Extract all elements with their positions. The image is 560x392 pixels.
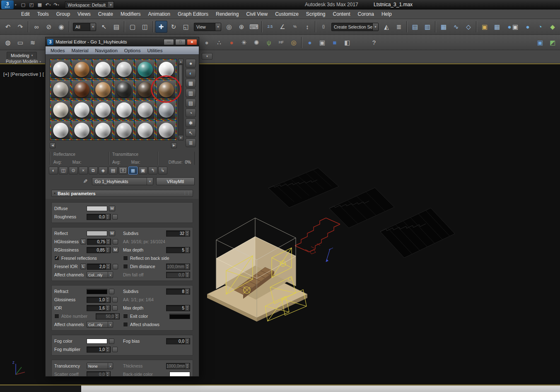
reflect-back-side-checkbox[interactable]: [123, 256, 128, 261]
scene-explorer-icon[interactable]: ▤: [409, 21, 421, 33]
reflect-max-depth-spinner[interactable]: 5: [166, 247, 190, 253]
percent-snap-icon[interactable]: %: [289, 21, 301, 33]
background-icon[interactable]: ▦: [186, 79, 196, 87]
iray-render-icon[interactable]: ◆: [547, 21, 559, 33]
layer-explorer-icon[interactable]: ▥: [422, 21, 434, 33]
chevron-down-icon[interactable]: ▾: [108, 2, 113, 8]
maximize-button[interactable]: □: [175, 39, 186, 45]
save-file-icon[interactable]: ▦: [36, 1, 44, 9]
material-slot-4[interactable]: [113, 59, 134, 79]
roughness-map-button[interactable]: [112, 214, 118, 220]
rglossiness-map-button[interactable]: M: [112, 247, 118, 253]
menu-item-material[interactable]: Material: [68, 48, 92, 53]
material-slot-14[interactable]: [71, 100, 92, 120]
viewport-label[interactable]: [+] [Perspective ] [ S: [3, 72, 49, 77]
align-icon[interactable]: ≣: [393, 21, 405, 33]
sphere-gray-icon[interactable]: ●: [201, 36, 213, 48]
rglossiness-spinner[interactable]: 0,85: [87, 247, 111, 253]
starburst-icon[interactable]: ✳: [238, 36, 250, 48]
house-model[interactable]: [207, 218, 307, 322]
hglossiness-spinner[interactable]: 0,75: [87, 239, 111, 245]
material-slot-19[interactable]: [50, 120, 71, 140]
material-slot-9[interactable]: [92, 80, 113, 99]
redo-icon[interactable]: ↷: [14, 21, 27, 33]
menu-item-tools[interactable]: Tools: [34, 10, 53, 19]
close-button[interactable]: ×: [187, 39, 197, 45]
material-slot-12[interactable]: [156, 80, 176, 99]
dim-falloff-spinner[interactable]: 0,0: [166, 272, 190, 278]
fog-color-swatch[interactable]: [87, 339, 107, 344]
ribbon-toggle-icon[interactable]: ▦: [438, 21, 450, 33]
thickness-spinner[interactable]: 1000,0mm: [166, 363, 190, 369]
go-to-parent-icon[interactable]: ↰: [148, 167, 157, 174]
menu-item-navigation[interactable]: Navigation: [92, 48, 121, 53]
menu-item-modifiers[interactable]: Modifiers: [117, 10, 145, 19]
video-color-check-icon[interactable]: ▤: [186, 99, 196, 107]
material-map-navigator-icon[interactable]: ≣: [186, 138, 196, 147]
refract-affect-channels-dropdown[interactable]: Col...nly ▾: [87, 321, 113, 328]
split-square-icon[interactable]: ◧: [341, 36, 353, 48]
material-slot-23[interactable]: [135, 120, 155, 140]
material-slot-8[interactable]: [71, 80, 92, 99]
hglossiness-map-button[interactable]: [113, 239, 118, 244]
translucency-dropdown[interactable]: None ▾: [87, 363, 113, 369]
camera-icon[interactable]: ▣: [316, 36, 328, 48]
select-by-name-icon[interactable]: ▤: [111, 21, 123, 33]
scrollbar-thumb[interactable]: [179, 65, 183, 86]
stair-ramp-object-2[interactable]: [329, 188, 394, 228]
refract-color-swatch[interactable]: [87, 289, 107, 294]
roughness-spinner[interactable]: 0,0: [87, 214, 111, 220]
sample-uv-tiling-icon[interactable]: ▥: [186, 89, 196, 97]
scroll-up-icon[interactable]: ▲: [179, 59, 183, 64]
material-slot-16[interactable]: [113, 100, 134, 120]
make-copy-icon[interactable]: ⧉: [89, 167, 98, 174]
reset-material-icon[interactable]: ×: [79, 167, 88, 174]
minimize-button[interactable]: —: [164, 39, 174, 45]
donut-icon[interactable]: ◎: [288, 36, 300, 48]
menu-item-utilities[interactable]: Utilities: [144, 48, 166, 53]
make-unique-icon[interactable]: ◈: [99, 167, 108, 174]
blue-sphere-icon[interactable]: ●: [304, 36, 316, 48]
ribbon-mini-dropdown[interactable]: ▾: [202, 53, 212, 60]
affect-channels-dropdown[interactable]: Col...nly ▾: [87, 271, 113, 278]
render-setup-icon[interactable]: ▣: [479, 21, 491, 33]
ribbon-tab-modeling[interactable]: Modeling ▾: [7, 52, 37, 59]
assign-to-selection-icon[interactable]: ⊙: [69, 167, 78, 174]
open-file-icon[interactable]: ◰: [28, 1, 36, 9]
named-selection-sets-icon[interactable]: {}: [318, 21, 330, 33]
ribbon-panel-polygon-modeling[interactable]: Polygon Modelin ▾: [2, 59, 44, 64]
redo-icon[interactable]: ↷▾: [53, 1, 60, 9]
abbe-number-checkbox[interactable]: [54, 314, 59, 319]
refract-max-depth-spinner[interactable]: 5: [166, 305, 190, 311]
maxscript-mini-listener[interactable]: [0, 385, 81, 392]
fog-bias-spinner[interactable]: 0,0: [166, 338, 190, 344]
spinner-snap-icon[interactable]: ↕: [302, 21, 314, 33]
slot-scroll-right-icon[interactable]: ▶: [171, 143, 177, 148]
tape-helper[interactable]: [326, 248, 333, 262]
material-slot-5[interactable]: [135, 59, 155, 79]
undo-icon[interactable]: ↶: [2, 21, 14, 33]
backlight-icon[interactable]: ◐: [186, 69, 196, 77]
unlink-selection-icon[interactable]: ⊘: [43, 21, 55, 33]
reference-coordinate-dropdown[interactable]: View▾: [194, 23, 221, 31]
reflect-subdivs-spinner[interactable]: 32: [166, 230, 190, 237]
isolate-toggle-icon[interactable]: ◩: [547, 36, 559, 48]
bind-to-space-warp-icon[interactable]: ◉: [56, 21, 68, 33]
basic-parameters-rollout[interactable]: ▾ Basic parameters ⋮⋮: [51, 190, 193, 197]
material-slot-15[interactable]: [92, 100, 113, 120]
reflect-color-swatch[interactable]: [87, 231, 107, 236]
new-scene-icon[interactable]: ▢: [19, 1, 27, 9]
mirror-icon[interactable]: ◭: [381, 21, 393, 33]
select-by-material-icon[interactable]: ↖: [186, 128, 196, 137]
track-bar[interactable]: [81, 385, 560, 392]
scroll-down-icon[interactable]: ▼: [179, 135, 183, 140]
chevron-down-icon[interactable]: ▾: [215, 23, 221, 31]
select-and-scale-icon[interactable]: ◱: [180, 21, 192, 33]
material-editor-titlebar[interactable]: 3 Material Editor - Go 1_Huyhieukts — □ …: [46, 37, 199, 46]
material-slot-24[interactable]: [156, 120, 176, 140]
app-menu-caret-icon[interactable]: ▾: [15, 3, 17, 7]
help-icon[interactable]: ?: [368, 36, 380, 48]
workspace-dropdown[interactable]: Workspace: Default ▾: [65, 1, 114, 8]
keyboard-override-icon[interactable]: ⌨: [248, 21, 260, 33]
cloud-render-icon[interactable]: ◔: [534, 21, 546, 33]
